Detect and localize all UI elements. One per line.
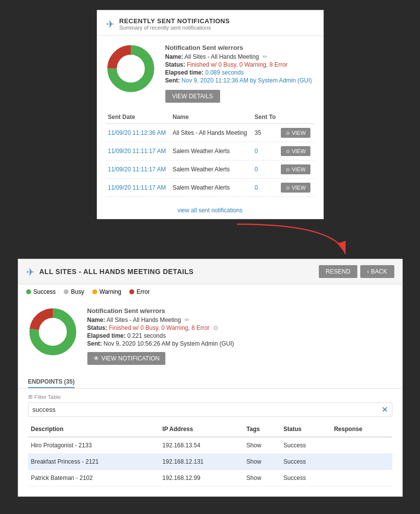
col-header: Response <box>331 422 392 437</box>
view-notification-button[interactable]: 👁 VIEW NOTIFICATION <box>87 352 166 365</box>
endpoints-section: ENDPOINTS (35) <box>18 373 402 388</box>
cell-action: ⊙ VIEW <box>279 124 314 142</box>
cell-ip: 192.168.12.99 <box>159 470 243 486</box>
cell-date: 11/09/20 11:11:17 AM <box>106 160 171 179</box>
cell-response <box>331 437 392 454</box>
legend-item: Success <box>26 288 56 295</box>
cell-response <box>331 470 392 486</box>
table-row: Hiro Protagonist - 2133192.168.13.54Show… <box>28 437 392 454</box>
top-panel-header: ✈ RECENTLY SENT NOTIFICATIONS Summary of… <box>97 10 323 36</box>
bottom-panel-heading: ALL SITES - ALL HANDS MEETING DETAILS <box>39 268 194 276</box>
bottom-notification-info: Notification Sent w/errors Name: All Sit… <box>87 307 234 365</box>
cell-action: ⊙ VIEW <box>279 160 314 179</box>
col-header: Description <box>28 422 160 437</box>
eye-icon: 👁 <box>93 355 99 362</box>
bottom-send-icon: ✈ <box>26 266 35 278</box>
top-notification-heading: Notification Sent w/errors <box>165 44 314 51</box>
cell-description: Breakfast Princess - 2121 <box>28 454 160 470</box>
legend-item: Error <box>129 288 150 295</box>
cell-tags[interactable]: Show <box>243 437 280 454</box>
cell-date: 11/09/20 11:11:17 AM <box>106 179 171 197</box>
table-row: 11/09/20 11:11:17 AMSalem Weather Alerts… <box>106 160 314 179</box>
col-action <box>279 111 314 124</box>
view-details-button[interactable]: VIEW DETAILS <box>165 90 220 103</box>
back-button[interactable]: ‹ BACK <box>360 265 394 278</box>
table-row: 11/09/20 11:12:36 AMAll Sites - All Hand… <box>106 124 314 142</box>
bottom-donut-chart <box>28 307 77 356</box>
resend-button[interactable]: RESEND <box>319 265 357 278</box>
view-button[interactable]: ⊙ VIEW <box>281 164 310 174</box>
top-notification-summary: Notification Sent w/errors Name: All Sit… <box>97 36 323 111</box>
svg-point-2 <box>119 57 143 80</box>
legend-dot <box>64 289 69 294</box>
bottom-donut-container <box>28 307 77 358</box>
top-info-sent: Sent: Nov 9, 2020 11:12:36 AM by System … <box>165 77 314 84</box>
bottom-notification-heading: Notification Sent w/errors <box>87 307 234 315</box>
view-button[interactable]: ⊙ VIEW <box>281 128 310 138</box>
cell-name: All Sites - All Hands Meeting <box>171 124 253 142</box>
legend-label: Error <box>137 288 150 295</box>
legend-label: Busy <box>71 288 84 295</box>
col-sent-to: Sent To <box>253 111 279 124</box>
bottom-info-name: Name: All Sites - All Hands Meeting ✏ <box>87 316 234 323</box>
filter-input-wrapper: ✕ <box>28 402 392 417</box>
cell-description: Patrick Bateman - 2102 <box>28 470 160 486</box>
cell-status: Success <box>280 454 331 470</box>
edit-icon[interactable]: ✏ <box>263 53 267 60</box>
clear-filter-button[interactable]: ✕ <box>382 405 388 414</box>
bottom-panel-actions: RESEND ‹ BACK <box>319 265 394 278</box>
col-header: Tags <box>243 422 280 437</box>
cell-sent-to: 0 <box>253 142 279 160</box>
bottom-info-elapsed: Elapsed time: 0.221 seconds <box>87 332 234 339</box>
top-info-name: Name: All Sites - All Hands Meeting ✏ <box>165 53 314 60</box>
svg-point-6 <box>41 320 65 344</box>
filter-area: ⊞ Filter Table ✕ <box>18 388 402 422</box>
col-header: IP Address <box>159 422 243 437</box>
col-name: Name <box>171 111 253 124</box>
top-panel: ✈ RECENTLY SENT NOTIFICATIONS Summary of… <box>97 10 324 219</box>
info-icon: ⊙ <box>213 324 218 331</box>
top-panel-subtitle: Summary of recently sent notifications <box>119 25 230 31</box>
cell-status: Success <box>280 470 331 486</box>
cell-tags[interactable]: Show <box>243 454 280 470</box>
legend-dot <box>129 289 134 294</box>
cell-name: Salem Weather Alerts <box>171 179 253 197</box>
top-donut-container <box>106 44 155 95</box>
cell-sent-to: 35 <box>253 124 279 142</box>
bottom-edit-icon[interactable]: ✏ <box>185 316 190 323</box>
legend-label: Warning <box>100 288 121 295</box>
endpoints-table: DescriptionIP AddressTagsStatusResponse … <box>28 422 392 486</box>
endpoints-tab[interactable]: ENDPOINTS (35) <box>28 378 75 388</box>
cell-sent-to: 0 <box>253 160 279 179</box>
cell-ip: 192.168.12.131 <box>159 454 243 470</box>
col-sent-date: Sent Date <box>106 111 171 124</box>
view-all-link[interactable]: view all sent notifications <box>97 202 323 219</box>
cell-action: ⊙ VIEW <box>279 142 314 160</box>
bottom-info-status: Status: Finished w/ 0 Busy, 0 Warning, 8… <box>87 324 234 331</box>
top-table-wrapper: Sent Date Name Sent To 11/09/20 11:12:36… <box>97 111 323 202</box>
cell-status: Success <box>280 437 331 454</box>
view-button[interactable]: ⊙ VIEW <box>281 183 310 193</box>
table-row: 11/09/20 11:11:17 AMSalem Weather Alerts… <box>106 179 314 197</box>
view-button[interactable]: ⊙ VIEW <box>281 146 310 156</box>
legend-dot <box>92 289 97 294</box>
cell-date: 11/09/20 11:11:17 AM <box>106 142 171 160</box>
filter-input[interactable] <box>33 406 382 413</box>
filter-label: ⊞ Filter Table <box>28 394 392 400</box>
chevron-left-icon: ‹ <box>367 268 369 275</box>
arrow-svg <box>0 219 420 259</box>
bottom-panel-title: ✈ ALL SITES - ALL HANDS MEETING DETAILS <box>26 265 194 278</box>
legend-item: Busy <box>64 288 84 295</box>
legend-label: Success <box>34 288 56 295</box>
table-row: Patrick Bateman - 2102192.168.12.99ShowS… <box>28 470 392 486</box>
cell-name: Salem Weather Alerts <box>171 160 253 179</box>
cell-sent-to: 0 <box>253 179 279 197</box>
send-icon: ✈ <box>106 18 115 30</box>
cell-tags[interactable]: Show <box>243 470 280 486</box>
cell-description: Hiro Protagonist - 2133 <box>28 437 160 454</box>
legend-item: Warning <box>92 288 121 295</box>
cell-name: Salem Weather Alerts <box>171 142 253 160</box>
filter-icon: ⊞ <box>28 394 33 400</box>
legend-bar: SuccessBusyWarningError <box>18 284 402 299</box>
arrow-container <box>0 219 420 259</box>
